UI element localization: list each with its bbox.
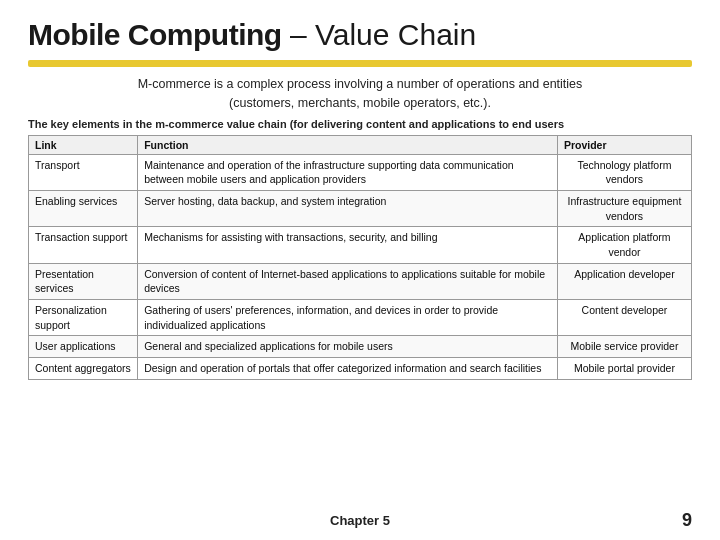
cell-provider: Application developer — [557, 263, 691, 299]
page-number: 9 — [682, 510, 692, 531]
cell-link: Personalization support — [29, 300, 138, 336]
col-header-function: Function — [138, 135, 558, 154]
cell-provider: Technology platform vendors — [557, 154, 691, 190]
cell-provider: Content developer — [557, 300, 691, 336]
table-row: TransportMaintenance and operation of th… — [29, 154, 692, 190]
table-row: Personalization supportGathering of user… — [29, 300, 692, 336]
table-row: Enabling servicesServer hosting, data ba… — [29, 190, 692, 226]
value-chain-table: Link Function Provider TransportMaintena… — [28, 135, 692, 380]
chapter-label: Chapter 5 — [330, 513, 390, 528]
table-row: User applicationsGeneral and specialized… — [29, 336, 692, 358]
cell-link: User applications — [29, 336, 138, 358]
table-row: Presentation servicesConversion of conte… — [29, 263, 692, 299]
cell-provider: Application platform vendor — [557, 227, 691, 263]
cell-provider: Mobile portal provider — [557, 358, 691, 380]
page-title-bold: Mobile Computing — [28, 18, 282, 51]
cell-provider: Infrastructure equipment vendors — [557, 190, 691, 226]
cell-link: Enabling services — [29, 190, 138, 226]
table-row: Transaction supportMechanisms for assist… — [29, 227, 692, 263]
col-header-provider: Provider — [557, 135, 691, 154]
col-header-link: Link — [29, 135, 138, 154]
cell-function: Server hosting, data backup, and system … — [138, 190, 558, 226]
intro-text: M-commerce is a complex process involvin… — [28, 75, 692, 113]
cell-link: Presentation services — [29, 263, 138, 299]
page-title-sub: – Value Chain — [282, 18, 477, 51]
cell-function: Gathering of users' preferences, informa… — [138, 300, 558, 336]
cell-function: General and specialized applications for… — [138, 336, 558, 358]
cell-link: Transaction support — [29, 227, 138, 263]
cell-function: Conversion of content of Internet-based … — [138, 263, 558, 299]
table-row: Content aggregatorsDesign and operation … — [29, 358, 692, 380]
cell-function: Maintenance and operation of the infrast… — [138, 154, 558, 190]
cell-link: Transport — [29, 154, 138, 190]
key-elements-label: The key elements in the m-commerce value… — [28, 118, 692, 130]
cell-function: Design and operation of portals that off… — [138, 358, 558, 380]
cell-link: Content aggregators — [29, 358, 138, 380]
yellow-divider — [28, 60, 692, 67]
cell-function: Mechanisms for assisting with transactio… — [138, 227, 558, 263]
cell-provider: Mobile service provider — [557, 336, 691, 358]
